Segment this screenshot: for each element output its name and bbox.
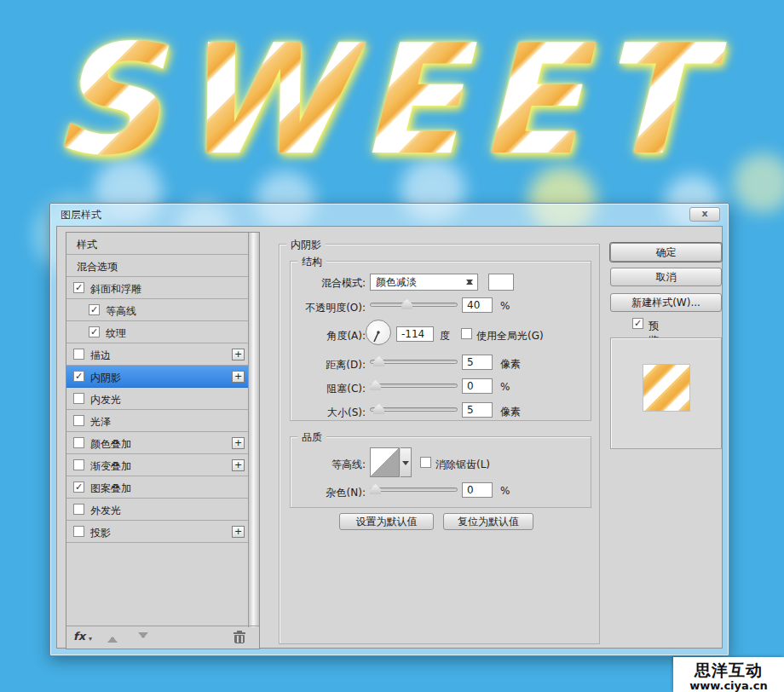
ok-button[interactable]: 确定 [610, 243, 722, 262]
set-default-button[interactable]: 设置为默认值 [339, 513, 434, 530]
opacity-slider[interactable] [370, 299, 458, 311]
expand-plus-button[interactable]: + [232, 437, 245, 449]
fx-caret-icon: ▾ [89, 635, 92, 643]
sidebar-item[interactable]: ✓等高线 [66, 299, 249, 321]
opacity-input[interactable]: 40 [462, 297, 493, 313]
noise-input[interactable]: 0 [462, 482, 493, 498]
new-style-button[interactable]: 新建样式(W)... [610, 293, 722, 312]
size-input[interactable]: 5 [462, 402, 493, 418]
choke-slider[interactable] [370, 380, 458, 392]
item-checkbox[interactable] [73, 349, 84, 360]
move-up-icon[interactable] [107, 631, 118, 643]
sidebar-item-label: 纹理 [106, 326, 126, 341]
sidebar-item-label: 混合选项 [77, 260, 118, 274]
sidebar-item[interactable]: ✓图案叠加 [66, 476, 249, 499]
inner-shadow-panel: 内阴影 结构 混合模式: 颜色减淡 不透明度(O): 40 % [279, 244, 600, 644]
item-checkbox[interactable]: ✓ [73, 282, 84, 293]
reset-default-button[interactable]: 复位为默认值 [443, 513, 533, 530]
noise-slider[interactable] [370, 484, 458, 496]
sidebar-item-label: 内发光 [90, 393, 121, 407]
item-checkbox[interactable]: ✓ [73, 371, 84, 382]
size-unit: 像素 [500, 405, 521, 419]
opacity-unit: % [500, 300, 510, 312]
angle-dial[interactable] [366, 320, 391, 345]
expand-plus-button[interactable]: + [232, 459, 245, 471]
sidebar-item[interactable]: 外发光 [66, 499, 249, 521]
contour-label: 等高线: [291, 458, 366, 472]
angle-input[interactable]: -114 [396, 326, 434, 342]
close-icon[interactable]: x [689, 207, 720, 222]
sidebar-item[interactable]: 样式 [66, 233, 249, 255]
sidebar-item[interactable]: 内发光 [66, 388, 249, 410]
trash-icon[interactable] [233, 631, 245, 643]
sidebar-item-label: 内阴影 [90, 371, 121, 385]
quality-group: 品质 等高线: 消除锯齿(L) 杂色(N): 0 % [290, 436, 591, 508]
item-checkbox[interactable] [73, 459, 84, 470]
dropdown-arrows-icon [465, 276, 474, 288]
sidebar-item[interactable]: 渐变叠加+ [66, 454, 249, 476]
sidebar-item-label: 样式 [77, 238, 97, 252]
sidebar-item-label: 斜面和浮雕 [90, 282, 141, 297]
item-checkbox[interactable]: ✓ [89, 304, 100, 315]
use-global-light-label: 使用全局光(G) [476, 329, 544, 343]
item-checkbox[interactable] [73, 526, 84, 537]
expand-plus-button[interactable]: + [232, 526, 245, 538]
item-checkbox[interactable] [73, 504, 84, 515]
item-checkbox[interactable]: ✓ [89, 326, 100, 337]
sidebar-item-label: 投影 [90, 526, 111, 540]
dialog-client-area: 样式混合选项✓斜面和浮雕✓等高线✓纹理描边+✓内阴影+内发光光泽颜色叠加+渐变叠… [56, 226, 723, 649]
sidebar-item[interactable]: 投影+ [66, 521, 249, 543]
structure-group: 结构 混合模式: 颜色减淡 不透明度(O): 40 % 角度(A): [290, 261, 591, 421]
distance-slider[interactable] [370, 356, 458, 368]
item-checkbox[interactable] [73, 393, 84, 404]
sidebar-item[interactable]: ✓纹理 [66, 321, 249, 343]
dialog-titlebar[interactable]: 图层样式 x [50, 204, 729, 226]
distance-unit: 像素 [500, 357, 521, 372]
watermark-url: www.ciya.cn [673, 679, 784, 692]
choke-input[interactable]: 0 [462, 378, 493, 394]
panel-title: 内阴影 [286, 238, 326, 252]
noise-label: 杂色(N): [291, 486, 366, 500]
preview-panel [610, 337, 722, 449]
watermark: 思洋互动 www.ciya.cn [673, 657, 784, 692]
sidebar-item[interactable]: 颜色叠加+ [66, 432, 249, 454]
blend-mode-label: 混合模式: [291, 276, 366, 291]
pattern-preview-swatch [643, 364, 690, 412]
sidebar-item[interactable]: 混合选项 [66, 255, 249, 277]
shadow-color-swatch[interactable] [488, 274, 514, 291]
structure-legend: 结构 [297, 255, 326, 269]
distance-input[interactable]: 5 [462, 355, 493, 370]
distance-label: 距离(D): [291, 358, 366, 372]
sidebar-item[interactable]: ✓内阴影+ [66, 366, 249, 388]
choke-label: 阻塞(C): [291, 382, 366, 396]
contour-thumbnail[interactable] [370, 447, 400, 477]
hero-candy-text: SWEET SWEET [51, 15, 750, 194]
fx-icon[interactable]: fx [73, 630, 85, 643]
preview-checkbox[interactable]: ✓ [632, 318, 643, 329]
move-down-icon[interactable] [138, 631, 148, 643]
angle-needle [366, 320, 390, 344]
expand-plus-button[interactable]: + [232, 371, 245, 383]
sidebar-item[interactable]: ✓斜面和浮雕 [66, 277, 249, 299]
size-slider[interactable] [370, 404, 458, 416]
style-list: 样式混合选项✓斜面和浮雕✓等高线✓纹理描边+✓内阴影+内发光光泽颜色叠加+渐变叠… [66, 233, 249, 543]
cancel-button[interactable]: 取消 [610, 268, 722, 286]
opacity-label: 不透明度(O): [291, 301, 366, 315]
choke-unit: % [500, 381, 510, 393]
sidebar-item[interactable]: 光泽 [66, 410, 249, 432]
dialog-title: 图层样式 [61, 208, 101, 222]
use-global-light-checkbox[interactable] [461, 328, 472, 339]
expand-plus-button[interactable]: + [232, 349, 245, 360]
contour-dropdown-arrow-icon[interactable] [401, 447, 412, 477]
blend-mode-select[interactable]: 颜色减淡 [370, 274, 478, 291]
item-checkbox[interactable]: ✓ [73, 482, 84, 493]
item-checkbox[interactable] [73, 437, 84, 448]
angle-label: 角度(A): [291, 329, 366, 343]
angle-unit: 度 [440, 329, 450, 343]
sidebar-item[interactable]: 描边+ [66, 343, 249, 366]
quality-legend: 品质 [297, 430, 326, 445]
item-checkbox[interactable] [73, 415, 84, 426]
sidebar-scrollbar[interactable] [248, 233, 259, 627]
antialias-checkbox[interactable] [420, 457, 431, 468]
sidebar-footer-bar: fx ▾ [66, 626, 259, 649]
